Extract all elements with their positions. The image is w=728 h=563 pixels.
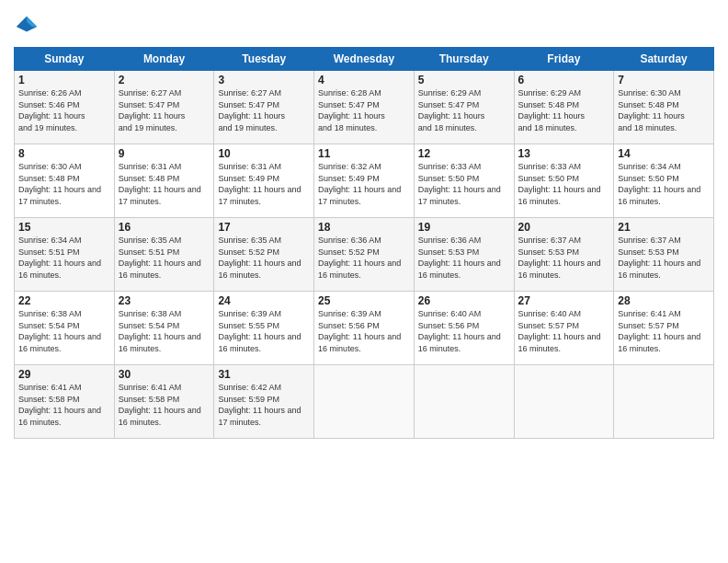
calendar-week-row: 15Sunrise: 6:34 AMSunset: 5:51 PMDayligh… [15,218,714,292]
day-info: Sunrise: 6:39 AMSunset: 5:55 PMDaylight:… [218,309,301,353]
day-info: Sunrise: 6:39 AMSunset: 5:56 PMDaylight:… [318,309,401,353]
day-number: 1 [18,74,110,86]
calendar-cell [514,365,614,439]
day-number: 5 [418,74,510,86]
header-friday: Friday [514,48,614,71]
day-info: Sunrise: 6:41 AMSunset: 5:58 PMDaylight:… [18,383,101,427]
calendar-cell: 12Sunrise: 6:33 AMSunset: 5:50 PMDayligh… [414,144,514,218]
day-info: Sunrise: 6:31 AMSunset: 5:49 PMDaylight:… [218,162,301,206]
day-info: Sunrise: 6:36 AMSunset: 5:53 PMDaylight:… [418,236,501,280]
calendar-cell: 9Sunrise: 6:31 AMSunset: 5:48 PMDaylight… [114,144,214,218]
day-number: 23 [119,294,210,307]
day-number: 20 [518,221,610,234]
day-number: 29 [18,368,110,381]
calendar-cell: 22Sunrise: 6:38 AMSunset: 5:54 PMDayligh… [15,292,115,365]
day-number: 4 [318,74,410,86]
header-thursday: Thursday [414,48,514,71]
weekday-header-row: Sunday Monday Tuesday Wednesday Thursday… [15,48,714,71]
day-number: 15 [18,221,110,234]
calendar-cell: 29Sunrise: 6:41 AMSunset: 5:58 PMDayligh… [15,365,115,439]
day-number: 27 [518,294,610,307]
calendar-cell: 30Sunrise: 6:41 AMSunset: 5:58 PMDayligh… [114,365,214,439]
calendar-cell: 8Sunrise: 6:30 AMSunset: 5:48 PMDaylight… [15,144,115,218]
day-info: Sunrise: 6:26 AMSunset: 5:46 PMDaylight:… [18,88,85,132]
header-monday: Monday [114,48,214,71]
header-tuesday: Tuesday [214,48,314,71]
day-info: Sunrise: 6:32 AMSunset: 5:49 PMDaylight:… [318,162,401,206]
day-info: Sunrise: 6:27 AMSunset: 5:47 PMDaylight:… [218,88,285,132]
calendar-cell: 2Sunrise: 6:27 AMSunset: 5:47 PMDaylight… [114,71,214,144]
day-info: Sunrise: 6:34 AMSunset: 5:51 PMDaylight:… [18,236,101,280]
header-saturday: Saturday [614,48,714,71]
calendar-table: Sunday Monday Tuesday Wednesday Thursday… [14,47,714,439]
day-number: 26 [418,294,510,307]
calendar-cell: 27Sunrise: 6:40 AMSunset: 5:57 PMDayligh… [514,292,614,365]
day-number: 22 [18,294,110,307]
calendar-cell: 16Sunrise: 6:35 AMSunset: 5:51 PMDayligh… [114,218,214,292]
header-wednesday: Wednesday [314,48,415,71]
day-info: Sunrise: 6:30 AMSunset: 5:48 PMDaylight:… [18,162,101,206]
calendar-cell: 28Sunrise: 6:41 AMSunset: 5:57 PMDayligh… [614,292,714,365]
calendar-cell [314,365,415,439]
day-info: Sunrise: 6:42 AMSunset: 5:59 PMDaylight:… [218,383,301,427]
day-number: 13 [518,147,610,160]
calendar-week-row: 29Sunrise: 6:41 AMSunset: 5:58 PMDayligh… [15,365,714,439]
calendar-week-row: 1Sunrise: 6:26 AMSunset: 5:46 PMDaylight… [15,71,714,144]
day-number: 31 [218,368,310,381]
calendar-cell: 14Sunrise: 6:34 AMSunset: 5:50 PMDayligh… [614,144,714,218]
day-number: 6 [518,74,610,86]
day-info: Sunrise: 6:27 AMSunset: 5:47 PMDaylight:… [119,88,186,132]
calendar-cell: 31Sunrise: 6:42 AMSunset: 5:59 PMDayligh… [214,365,314,439]
calendar-week-row: 8Sunrise: 6:30 AMSunset: 5:48 PMDaylight… [15,144,714,218]
day-info: Sunrise: 6:34 AMSunset: 5:50 PMDaylight:… [618,162,700,206]
header [14,14,714,40]
day-info: Sunrise: 6:40 AMSunset: 5:56 PMDaylight:… [418,309,501,353]
day-info: Sunrise: 6:37 AMSunset: 5:53 PMDaylight:… [518,236,601,280]
day-info: Sunrise: 6:35 AMSunset: 5:51 PMDaylight:… [119,236,201,280]
calendar-week-row: 22Sunrise: 6:38 AMSunset: 5:54 PMDayligh… [15,292,714,365]
day-number: 25 [318,294,410,307]
calendar-cell: 7Sunrise: 6:30 AMSunset: 5:48 PMDaylight… [614,71,714,144]
day-number: 19 [418,221,510,234]
day-info: Sunrise: 6:28 AMSunset: 5:47 PMDaylight:… [318,88,385,132]
logo-icon [14,14,40,40]
day-number: 11 [318,147,410,160]
day-number: 8 [18,147,110,160]
calendar-cell: 17Sunrise: 6:35 AMSunset: 5:52 PMDayligh… [214,218,314,292]
calendar-cell: 23Sunrise: 6:38 AMSunset: 5:54 PMDayligh… [114,292,214,365]
calendar-cell [614,365,714,439]
day-number: 7 [618,74,710,86]
day-number: 28 [618,294,710,307]
calendar-cell: 3Sunrise: 6:27 AMSunset: 5:47 PMDaylight… [214,71,314,144]
day-info: Sunrise: 6:30 AMSunset: 5:48 PMDaylight:… [618,88,685,132]
calendar-cell: 10Sunrise: 6:31 AMSunset: 5:49 PMDayligh… [214,144,314,218]
day-info: Sunrise: 6:37 AMSunset: 5:53 PMDaylight:… [618,236,700,280]
calendar-cell: 21Sunrise: 6:37 AMSunset: 5:53 PMDayligh… [614,218,714,292]
day-info: Sunrise: 6:38 AMSunset: 5:54 PMDaylight:… [119,309,201,353]
day-number: 9 [119,147,210,160]
day-number: 17 [218,221,310,234]
calendar-cell: 19Sunrise: 6:36 AMSunset: 5:53 PMDayligh… [414,218,514,292]
day-number: 30 [119,368,210,381]
day-number: 16 [119,221,210,234]
day-number: 21 [618,221,710,234]
calendar-cell: 24Sunrise: 6:39 AMSunset: 5:55 PMDayligh… [214,292,314,365]
calendar-cell: 5Sunrise: 6:29 AMSunset: 5:47 PMDaylight… [414,71,514,144]
day-info: Sunrise: 6:40 AMSunset: 5:57 PMDaylight:… [518,309,601,353]
day-info: Sunrise: 6:33 AMSunset: 5:50 PMDaylight:… [418,162,501,206]
day-info: Sunrise: 6:29 AMSunset: 5:48 PMDaylight:… [518,88,586,132]
calendar-cell: 4Sunrise: 6:28 AMSunset: 5:47 PMDaylight… [314,71,415,144]
calendar-cell: 20Sunrise: 6:37 AMSunset: 5:53 PMDayligh… [514,218,614,292]
day-info: Sunrise: 6:29 AMSunset: 5:47 PMDaylight:… [418,88,485,132]
day-info: Sunrise: 6:41 AMSunset: 5:58 PMDaylight:… [119,383,201,427]
day-number: 3 [218,74,310,86]
day-info: Sunrise: 6:41 AMSunset: 5:57 PMDaylight:… [618,309,700,353]
day-number: 10 [218,147,310,160]
day-number: 12 [418,147,510,160]
day-info: Sunrise: 6:33 AMSunset: 5:50 PMDaylight:… [518,162,601,206]
day-info: Sunrise: 6:35 AMSunset: 5:52 PMDaylight:… [218,236,301,280]
calendar-cell: 13Sunrise: 6:33 AMSunset: 5:50 PMDayligh… [514,144,614,218]
day-number: 14 [618,147,710,160]
calendar-cell [414,365,514,439]
day-number: 2 [119,74,210,86]
